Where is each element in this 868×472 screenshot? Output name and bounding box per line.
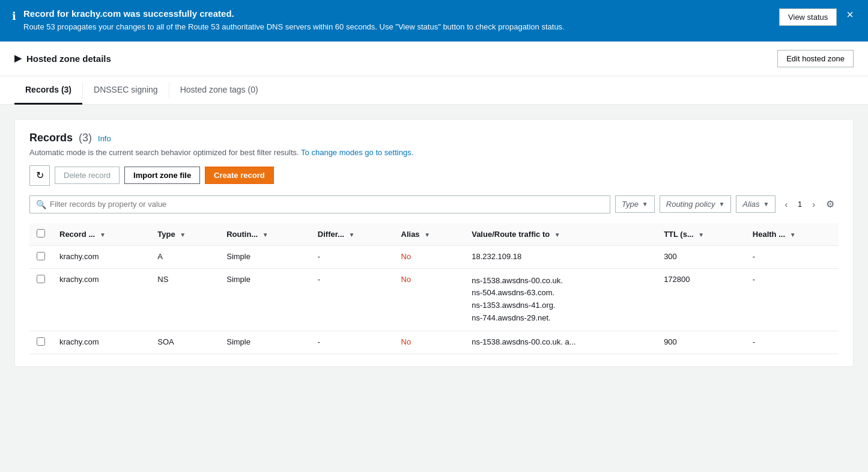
row-0-alias: No (394, 245, 465, 268)
records-count: (3) (79, 132, 92, 144)
sort-alias-icon: ▼ (424, 231, 430, 238)
row-0-routing: Simple (219, 245, 311, 268)
col-record[interactable]: Record ... ▼ (52, 223, 150, 246)
tab-hosted-zone-tags[interactable]: Hosted zone tags (0) (169, 76, 269, 105)
routing-policy-filter-label: Routing policy (666, 200, 715, 209)
search-hint: Automatic mode is the current search beh… (29, 148, 839, 157)
banner-actions: View status × (779, 8, 856, 26)
banner-description: Route 53 propagates your changes to all … (23, 21, 769, 33)
row-0-value: 18.232.109.18 (464, 245, 657, 268)
records-table: Record ... ▼ Type ▼ Routin... ▼ Differ..… (29, 223, 839, 354)
col-differ[interactable]: Differ... ▼ (311, 223, 394, 246)
row-2-value: ns-1538.awsdns-00.co.uk. a... (464, 331, 657, 354)
row-1-differ: - (311, 268, 394, 331)
routing-policy-filter-arrow: ▼ (718, 201, 724, 207)
records-header: Records (3) Info (29, 132, 839, 144)
row-1-record: krachy.com (52, 268, 150, 331)
pagination: ‹ 1 › ⚙ (780, 195, 839, 213)
row-2-routing: Simple (219, 331, 311, 354)
row-2-ttl: 900 (657, 331, 745, 354)
table-row: krachy.comSOASimple-Nons-1538.awsdns-00.… (29, 331, 839, 354)
import-zone-file-button[interactable]: Import zone file (124, 167, 200, 184)
row-0-checkbox[interactable] (37, 252, 45, 260)
next-page-button[interactable]: › (808, 197, 819, 212)
row-0-ttl: 300 (657, 245, 745, 268)
sort-health-icon: ▼ (790, 231, 796, 238)
refresh-button[interactable]: ↻ (29, 165, 50, 186)
banner-content: ℹ Record for krachy.com was successfully… (12, 8, 769, 33)
delete-record-button[interactable]: Delete record (55, 167, 120, 184)
success-banner: ℹ Record for krachy.com was successfully… (0, 0, 868, 41)
tab-records[interactable]: Records (3) (14, 76, 82, 105)
row-1-value: ns-1538.awsdns-00.co.uk.ns-504.awsdns-63… (464, 268, 657, 331)
table-header-row: Record ... ▼ Type ▼ Routin... ▼ Differ..… (29, 223, 839, 246)
main-content: Records (3) Info Automatic mode is the c… (0, 105, 868, 381)
records-title: Records (29, 132, 73, 144)
row-0-record: krachy.com (52, 245, 150, 268)
row-2-health: - (745, 331, 839, 354)
row-1-checkbox[interactable] (37, 275, 45, 283)
row-2-checkbox-cell (29, 331, 52, 354)
banner-close-button[interactable]: × (844, 8, 856, 20)
type-filter-label: Type (622, 200, 639, 209)
chevron-right-icon: ▶ (14, 53, 22, 64)
hosted-zone-toggle[interactable]: ▶ Hosted zone details (14, 53, 111, 64)
search-icon: 🔍 (36, 200, 46, 209)
sort-differ-icon: ▼ (349, 231, 355, 238)
col-routing[interactable]: Routin... ▼ (219, 223, 311, 246)
row-1-type: NS (150, 268, 219, 331)
row-0-health: - (745, 245, 839, 268)
view-status-button[interactable]: View status (779, 8, 837, 26)
select-all-header (29, 223, 52, 246)
filter-row: 🔍 Type ▼ Routing policy ▼ Alias ▼ ‹ 1 › … (29, 195, 839, 213)
type-filter-dropdown[interactable]: Type ▼ (615, 195, 655, 213)
col-health[interactable]: Health ... ▼ (745, 223, 839, 246)
edit-hosted-zone-button[interactable]: Edit hosted zone (777, 50, 854, 67)
sort-value-icon: ▼ (554, 231, 560, 238)
tab-dnssec[interactable]: DNSSEC signing (83, 76, 169, 105)
col-value[interactable]: Value/Route traffic to ▼ (464, 223, 657, 246)
refresh-icon: ↻ (36, 170, 44, 181)
records-panel: Records (3) Info Automatic mode is the c… (14, 119, 854, 367)
type-filter-arrow: ▼ (642, 201, 648, 207)
banner-title: Record for krachy.com was successfully c… (23, 8, 769, 19)
row-1-health: - (745, 268, 839, 331)
tabs-bar: Records (3) DNSSEC signing Hosted zone t… (0, 76, 868, 105)
alias-filter-label: Alias (742, 200, 759, 209)
create-record-button[interactable]: Create record (205, 167, 274, 184)
alias-filter-arrow: ▼ (763, 201, 769, 207)
sort-ttl-icon: ▼ (698, 231, 704, 238)
toolbar: ↻ Delete record Import zone file Create … (29, 165, 839, 186)
banner-text: Record for krachy.com was successfully c… (23, 8, 769, 33)
col-ttl[interactable]: TTL (s... ▼ (657, 223, 745, 246)
search-box[interactable]: 🔍 (29, 195, 610, 213)
hosted-zone-label: Hosted zone details (26, 54, 111, 64)
sort-routing-icon: ▼ (263, 231, 269, 238)
row-2-alias: No (394, 331, 465, 354)
page-number: 1 (794, 200, 806, 209)
alias-filter-dropdown[interactable]: Alias ▼ (736, 195, 775, 213)
row-2-checkbox[interactable] (37, 337, 45, 346)
col-type[interactable]: Type ▼ (150, 223, 219, 246)
table-row: krachy.comNSSimple-Nons-1538.awsdns-00.c… (29, 268, 839, 331)
sort-record-icon: ▼ (100, 231, 106, 238)
table-settings-button[interactable]: ⚙ (822, 195, 839, 213)
routing-policy-filter-dropdown[interactable]: Routing policy ▼ (660, 195, 732, 213)
hosted-zone-bar: ▶ Hosted zone details Edit hosted zone (0, 41, 868, 76)
row-2-record: krachy.com (52, 331, 150, 354)
row-2-differ: - (311, 331, 394, 354)
row-1-alias: No (394, 268, 465, 331)
row-0-differ: - (311, 245, 394, 268)
prev-page-button[interactable]: ‹ (780, 197, 792, 212)
col-alias[interactable]: Alias ▼ (394, 223, 465, 246)
info-link[interactable]: Info (98, 134, 111, 143)
info-icon: ℹ (12, 10, 16, 23)
search-input[interactable] (50, 200, 604, 209)
row-0-checkbox-cell (29, 245, 52, 268)
change-modes-link[interactable]: To change modes go to settings. (301, 148, 413, 157)
select-all-checkbox[interactable] (37, 229, 45, 238)
row-1-ttl: 172800 (657, 268, 745, 331)
table-row: krachy.comASimple-No18.232.109.18300- (29, 245, 839, 268)
row-0-type: A (150, 245, 219, 268)
sort-type-icon: ▼ (180, 231, 186, 238)
